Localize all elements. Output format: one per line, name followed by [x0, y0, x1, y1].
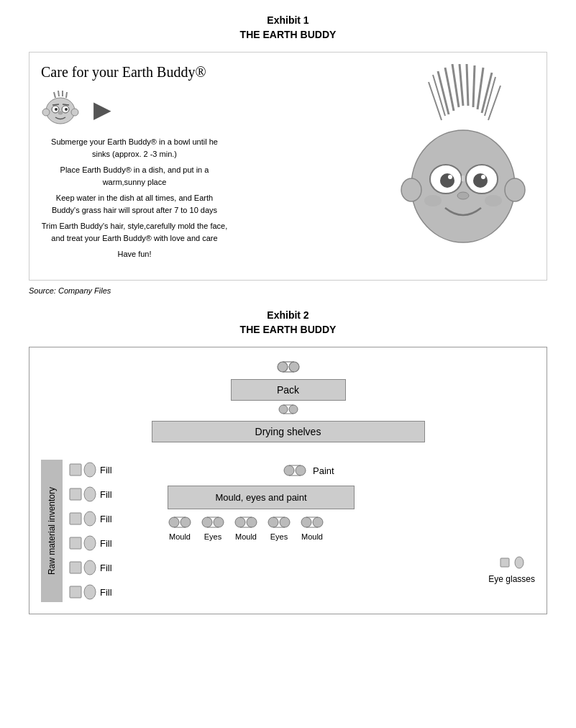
svg-line-16: [452, 64, 459, 107]
svg-rect-31: [462, 176, 465, 181]
svg-point-27: [401, 178, 421, 201]
fill-label-2: Fill: [100, 489, 112, 500]
eyeglasses-item: Eye glasses: [488, 552, 535, 584]
paint-label: Paint: [313, 465, 334, 476]
mould-row: Mould Eyes: [168, 514, 535, 541]
instruction-3: Keep water in the dish at all times, and…: [41, 192, 228, 216]
instruction-5: Have fun!: [41, 248, 228, 260]
svg-point-35: [481, 175, 485, 179]
fill-item-6: Fill: [68, 582, 162, 602]
svg-line-8: [63, 104, 69, 105]
mould-icon-1: [168, 514, 192, 531]
svg-point-26: [411, 130, 515, 242]
svg-rect-55: [70, 562, 81, 573]
svg-point-72: [247, 517, 257, 527]
raw-material-sidebar: Raw material inventory: [41, 460, 63, 602]
svg-line-25: [488, 86, 500, 120]
process-area: Fill Fill: [68, 460, 535, 602]
eyes-label-2: Eyes: [270, 532, 288, 541]
buddy-large-icon: [391, 64, 535, 265]
svg-line-18: [467, 64, 468, 106]
mould-item-2: Mould: [234, 514, 258, 541]
svg-point-64: [180, 517, 191, 527]
mould-item-3: Mould: [300, 514, 324, 541]
flow-container: Pack Drying shelves Raw material invento…: [41, 359, 535, 602]
exhibit1-title: Exhibit 1: [29, 14, 547, 26]
svg-point-0: [46, 98, 75, 124]
mould-label-3: Mould: [301, 532, 323, 541]
svg-point-76: [280, 517, 290, 527]
svg-point-56: [84, 560, 96, 575]
eyes-item-1: Eyes: [201, 514, 225, 541]
svg-point-84: [515, 557, 524, 568]
svg-line-10: [54, 92, 55, 98]
instruction-2: Place Earth Buddy® in a dish, and put in…: [41, 164, 228, 188]
svg-point-6: [65, 108, 68, 111]
fill-icon-6: [68, 582, 97, 602]
buddy-small-row: ▶: [41, 89, 377, 129]
svg-point-68: [214, 517, 224, 527]
svg-line-24: [429, 82, 442, 120]
middle-section: Raw material inventory Fill: [41, 460, 535, 602]
svg-point-80: [313, 517, 323, 527]
exhibit2-title: Exhibit 2: [29, 309, 547, 321]
exhibit2-container: Pack Drying shelves Raw material invento…: [29, 347, 547, 614]
svg-point-67: [202, 517, 212, 527]
eyes-icon-2: [267, 514, 291, 531]
fill-label-4: Fill: [100, 538, 112, 549]
svg-point-54: [84, 536, 96, 550]
exhibit1-subtitle: THE EARTH BUDDY: [29, 29, 547, 40]
svg-point-36: [457, 192, 469, 199]
arrow-icon: ▶: [93, 96, 111, 123]
svg-point-43: [279, 405, 288, 414]
fill-item-1: Fill: [68, 460, 162, 480]
fills-left: Fill Fill: [68, 460, 162, 602]
fill-icon-3: [68, 509, 97, 529]
instruction-4: Trim Earth Buddy's hair, style,carefully…: [41, 220, 228, 244]
svg-rect-51: [70, 513, 81, 524]
instruction-1: Submerge your Earth Buddy® in a bowl unt…: [41, 136, 228, 160]
care-title: Care for your Earth Buddy®: [41, 64, 377, 81]
svg-line-17: [460, 64, 463, 106]
fill-label-6: Fill: [100, 587, 112, 598]
pack-connector-icon: [274, 359, 303, 375]
pack-connector-top: [274, 359, 303, 378]
svg-line-11: [58, 91, 59, 96]
fill-icon-2: [68, 484, 97, 504]
svg-point-44: [289, 405, 298, 414]
care-instructions-panel: Care for your Earth Buddy®: [41, 64, 391, 265]
svg-point-79: [301, 517, 311, 527]
svg-point-75: [268, 517, 278, 527]
svg-rect-57: [70, 586, 81, 598]
care-text: Submerge your Earth Buddy® in a bowl unt…: [41, 136, 228, 260]
svg-rect-83: [500, 558, 509, 567]
eyeglasses-label: Eye glasses: [488, 574, 535, 584]
buddy-image-large: [391, 64, 535, 268]
svg-rect-53: [70, 537, 81, 549]
svg-point-39: [278, 362, 288, 372]
svg-point-32: [440, 173, 454, 188]
svg-point-9: [58, 112, 63, 114]
svg-line-7: [52, 104, 59, 105]
exhibit2-subtitle: THE EARTH BUDDY: [29, 324, 547, 335]
svg-rect-49: [70, 488, 81, 500]
svg-point-59: [284, 465, 294, 476]
mould-eyes-paint-box: Mould, eyes and paint: [168, 486, 355, 509]
svg-point-60: [296, 465, 306, 476]
pack-box: Pack: [231, 379, 346, 401]
svg-rect-47: [70, 464, 81, 476]
svg-point-5: [55, 108, 58, 111]
mould-label-1: Mould: [169, 532, 191, 541]
fill-item-3: Fill: [68, 509, 162, 529]
svg-point-33: [448, 175, 452, 179]
svg-line-20: [477, 68, 483, 109]
arrow-down-1-icon: [278, 402, 299, 417]
mould-icon-2: [234, 514, 258, 531]
svg-line-19: [473, 65, 475, 107]
svg-point-48: [84, 463, 96, 477]
fill-label-3: Fill: [100, 514, 112, 524]
fill-item-4: Fill: [68, 533, 162, 553]
drying-shelves-box: Drying shelves: [152, 421, 425, 442]
fill-icon-4: [68, 533, 97, 553]
eyes-icon-1: [201, 514, 225, 531]
